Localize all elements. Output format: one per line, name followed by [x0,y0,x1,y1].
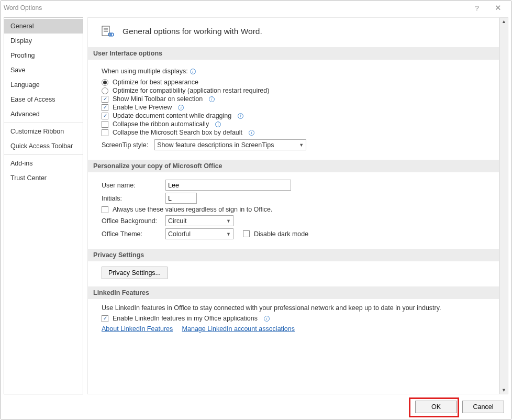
info-icon[interactable] [249,130,254,136]
check-disable-dark-mode[interactable]: Disable dark mode [243,230,308,238]
scroll-down-icon[interactable]: ▼ [502,386,506,394]
word-options-dialog: Word Options ? ✕ General Display Proofin… [0,0,512,420]
checkbox-icon [102,113,108,119]
section-linkedin-header: LinkedIn Features [88,286,499,299]
sidebar-item-proofing[interactable]: Proofing [4,48,83,63]
check-enable-linkedin[interactable]: Enable LinkedIn features in my Office ap… [102,315,488,322]
username-label: User name: [102,182,159,189]
username-input[interactable] [165,180,291,191]
checkbox-icon [243,230,250,237]
sidebar-item-advanced[interactable]: Advanced [4,107,83,121]
radio-dot-icon [102,87,108,94]
sidebar-item-add-ins[interactable]: Add-ins [4,156,83,171]
about-linkedin-link[interactable]: About LinkedIn Features [102,325,173,333]
sidebar-item-display[interactable]: Display [4,34,83,48]
privacy-settings-button[interactable]: Privacy Settings... [102,267,168,279]
check-update-dragging[interactable]: Update document content while dragging [102,112,488,119]
screentip-select[interactable]: Show feature descriptions in ScreenTips … [154,139,306,150]
close-button[interactable]: ✕ [487,3,508,13]
check-collapse-search[interactable]: Collapse the Microsoft Search box by def… [102,129,488,136]
section-privacy-header: Privacy Settings [88,249,499,261]
info-icon[interactable] [209,96,215,102]
ok-button[interactable]: OK [415,401,457,413]
info-icon[interactable] [215,121,221,127]
initials-label: Initials: [102,195,159,202]
general-options-icon [102,25,114,38]
checkbox-icon [102,96,108,103]
sidebar-item-language[interactable]: Language [4,78,83,92]
window-title: Word Options [4,4,42,12]
checkbox-icon [102,315,108,322]
svg-point-5 [110,33,114,36]
scroll-up-icon[interactable]: ▲ [502,18,506,25]
sidebar: General Display Proofing Save Language E… [4,17,83,394]
titlebar: Word Options ? ✕ [1,1,511,15]
manage-linkedin-link[interactable]: Manage LinkedIn account associations [182,325,295,333]
info-icon[interactable] [190,69,196,74]
chevron-down-icon: ▼ [299,142,304,148]
checkbox-icon [102,129,108,136]
checkbox-icon [102,104,108,111]
dialog-footer: OK Cancel [1,396,511,419]
screentip-label: ScreenTip style: [102,141,148,149]
sidebar-item-save[interactable]: Save [4,63,83,78]
content-panel: General options for working with Word. U… [87,17,499,394]
section-ui-options-header: User Interface options [88,47,499,60]
radio-optimize-compatibility[interactable]: Optimize for compatibility (application … [102,87,488,94]
cancel-button[interactable]: Cancel [462,401,504,413]
sidebar-item-ease-of-access[interactable]: Ease of Access [4,92,83,107]
help-button[interactable]: ? [466,4,487,12]
sidebar-item-customize-ribbon[interactable]: Customize Ribbon [4,124,83,139]
check-mini-toolbar[interactable]: Show Mini Toolbar on selection [102,95,488,103]
chevron-down-icon: ▼ [226,231,231,237]
check-always-use-values[interactable]: Always use these values regardless of si… [102,206,488,213]
linkedin-description: Use LinkedIn features in Office to stay … [102,304,488,312]
radio-dot-icon [102,79,108,86]
info-icon[interactable] [238,113,243,119]
office-theme-label: Office Theme: [102,230,159,238]
info-icon[interactable] [264,316,270,322]
initials-input[interactable] [165,193,197,204]
sidebar-item-general[interactable]: General [4,19,83,34]
section-personalize-header: Personalize your copy of Microsoft Offic… [88,160,499,172]
chevron-down-icon: ▼ [226,218,231,224]
vertical-scrollbar[interactable]: ▲ ▼ [499,17,508,394]
sidebar-item-trust-center[interactable]: Trust Center [4,171,83,185]
office-theme-select[interactable]: Colorful ▼ [165,228,233,239]
info-icon[interactable] [178,105,184,110]
checkbox-icon [102,206,108,213]
radio-optimize-appearance[interactable]: Optimize for best appearance [102,79,488,86]
sidebar-item-quick-access-toolbar[interactable]: Quick Access Toolbar [4,139,83,153]
office-background-label: Office Background: [102,217,159,225]
check-live-preview[interactable]: Enable Live Preview [102,104,488,111]
office-background-select[interactable]: Circuit ▼ [165,215,233,226]
sidebar-separator [4,154,83,155]
sidebar-separator [4,123,83,123]
check-collapse-ribbon[interactable]: Collapse the ribbon automatically [102,120,488,128]
page-heading: General options for working with Word. [123,27,262,36]
multi-displays-label: When using multiple displays: [102,68,188,75]
checkbox-icon [102,121,108,128]
